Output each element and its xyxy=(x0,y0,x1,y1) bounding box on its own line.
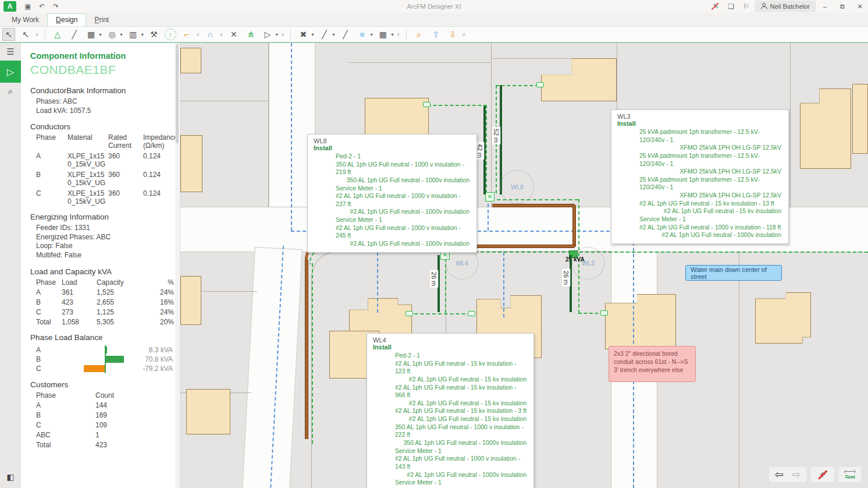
service-drop-line[interactable] xyxy=(496,85,539,86)
caret-down-icon[interactable]: ▾ xyxy=(120,32,123,37)
task-list-icon[interactable]: ☰ xyxy=(0,43,21,61)
draw-line-tool[interactable]: ╱ xyxy=(339,28,351,41)
proposed-secondary-line[interactable] xyxy=(578,199,579,250)
work-location-circle-wl3[interactable]: WL3 xyxy=(572,247,604,280)
left-icon-strip: ☰ ▷ ⌕ ◧ xyxy=(0,43,22,488)
caret-down-icon[interactable]: ▾ xyxy=(311,32,314,37)
chevron-down-icon[interactable]: ∨ xyxy=(281,31,285,37)
forward-button[interactable]: ⇨ xyxy=(792,468,801,481)
select-features-tool[interactable]: ↖ xyxy=(19,28,32,41)
tab-my-work[interactable]: My Work xyxy=(3,14,47,26)
callout-line: #2 AL 1ph UG Full neutral - 15 kv insula… xyxy=(617,200,782,208)
marker-style-tool[interactable]: ✖ xyxy=(297,28,310,41)
callout-line: #2 AL 1ph UG Full neutral - 15 kv insula… xyxy=(617,207,782,215)
water-service-line[interactable] xyxy=(488,198,489,231)
water-service-line[interactable] xyxy=(377,252,378,313)
trace-arc-tool[interactable]: ▷ xyxy=(261,28,274,41)
add-device-tool[interactable]: ◎ xyxy=(106,28,119,41)
load-capacity-row: A3611,52524% xyxy=(36,288,177,296)
no-edit-icon[interactable]: ✎ xyxy=(709,1,723,12)
map-canvas[interactable]: ✕ ✕ 25 kVA 42 m 52 m 26 m 26 m WL8 WL4 W… xyxy=(180,43,868,488)
field-crew-tool[interactable]: ⚒ xyxy=(148,28,161,41)
proposed-secondary-line[interactable] xyxy=(312,263,313,444)
hatch-style-tool[interactable]: ▦ xyxy=(376,28,389,41)
service-drop-line[interactable] xyxy=(428,105,487,106)
chevron-down-icon[interactable]: ∨ xyxy=(219,31,223,37)
flag-icon[interactable]: ⚐ xyxy=(739,1,753,12)
conduit-node[interactable] xyxy=(468,311,475,316)
conduit-node[interactable] xyxy=(536,82,544,87)
minimize-button[interactable]: – xyxy=(817,1,833,12)
parcel-boundary xyxy=(268,43,269,207)
add-structure-tool[interactable]: △ xyxy=(51,28,64,41)
add-meter-tool[interactable]: ▥ xyxy=(127,28,140,41)
chevron-down-icon[interactable]: ∨ xyxy=(397,31,401,37)
chevron-down-icon[interactable]: ∨ xyxy=(35,31,39,37)
caret-down-icon[interactable]: ▾ xyxy=(276,32,278,37)
chevron-down-icon[interactable]: ∨ xyxy=(462,31,466,37)
water-main-line[interactable] xyxy=(291,43,292,231)
caret-down-icon[interactable]: ▾ xyxy=(99,32,102,37)
design-toolbar: ↖ ↖ ∨ △ ╱ ▦ ▾ ◎ ▾ ▥ ▾ ⚒ ↑ ⌐ ∨ ∩ ∨ ✕ ⋔ ▷ … xyxy=(0,26,868,43)
fill-style-tool[interactable]: ■ xyxy=(355,28,368,41)
run-design-button[interactable]: ▷ xyxy=(0,61,21,83)
caret-down-icon[interactable]: ▾ xyxy=(332,32,335,37)
dimension-text-tool[interactable]: Text xyxy=(845,470,855,480)
zoom-search-tool[interactable]: ⌕ xyxy=(412,28,425,41)
panel-scrollbar[interactable] xyxy=(175,43,179,488)
caret-down-icon[interactable]: ▾ xyxy=(370,32,372,37)
panel-toggle-icon[interactable]: ◧ xyxy=(0,469,21,485)
caret-down-icon[interactable]: ▾ xyxy=(391,32,393,37)
wl4-callout[interactable]: WL4 Install Ped-2 - 1#2 AL 1ph UG Full n… xyxy=(367,333,534,488)
loop-conduit-tool[interactable]: ∩ xyxy=(204,28,216,41)
restore-button[interactable]: ⧉ xyxy=(834,1,851,12)
close-button[interactable]: ✕ xyxy=(852,1,868,12)
tab-print[interactable]: Print xyxy=(86,14,117,26)
building-footprint xyxy=(755,292,811,344)
snapping-off-toggle[interactable]: + xyxy=(817,469,828,480)
callout-line: Service Meter - 1 xyxy=(617,215,782,224)
comment-icon[interactable]: ❏ xyxy=(724,1,738,12)
conduit-node[interactable] xyxy=(423,102,431,107)
arcfm-designer-window: A ▣ ↶ ↷ ArcFM Designer XI ✎ ❏ ⚐ Neil Bat… xyxy=(0,0,868,488)
import-design-tool[interactable]: ⇩ xyxy=(446,28,459,41)
wl3-callout[interactable]: WL3 Install 25 kVA padmount 1ph transfor… xyxy=(611,109,789,244)
junction-box-node[interactable]: ✕ xyxy=(485,192,495,201)
work-location-circle-wl8[interactable]: WL8 xyxy=(500,170,534,204)
dimension-icon xyxy=(845,470,855,473)
tab-design[interactable]: Design xyxy=(47,13,86,26)
zoom-tool-icon[interactable]: ⌕ xyxy=(0,83,21,100)
toolbar-separator xyxy=(406,29,407,40)
export-design-tool[interactable]: ⇧ xyxy=(429,28,442,41)
save-icon[interactable]: ▣ xyxy=(21,1,35,12)
chevron-down-icon[interactable]: ∨ xyxy=(196,31,200,37)
undo-icon[interactable]: ↶ xyxy=(35,1,49,12)
proposed-conduit-line[interactable] xyxy=(572,205,576,247)
water-main-note[interactable]: Water main down center of street xyxy=(685,265,782,281)
split-points-tool[interactable]: ✕ xyxy=(227,28,240,41)
wl8-callout[interactable]: WL8 Install Ped-2 - 1350 AL 1ph UG Full … xyxy=(307,134,477,253)
energize-tool[interactable]: ↑ xyxy=(165,29,176,40)
water-service-line[interactable] xyxy=(503,252,504,317)
work-location-label: WL4 xyxy=(456,260,468,267)
construction-note-line: 3' trench everywhere else xyxy=(614,366,691,374)
duct-bank-tool[interactable]: ▦ xyxy=(85,28,98,41)
service-drop-line[interactable] xyxy=(486,105,487,193)
user-account-button[interactable]: Neil Batchelor xyxy=(755,1,816,12)
select-tool[interactable]: ↖ xyxy=(2,28,15,41)
service-drop-line[interactable] xyxy=(408,313,471,314)
line-style-tool[interactable]: ╱ xyxy=(318,28,330,41)
conduit-node[interactable] xyxy=(600,310,608,316)
back-button[interactable]: ⇦ xyxy=(775,468,784,481)
building-footprint xyxy=(180,48,201,73)
add-span-tool[interactable]: ╱ xyxy=(68,28,81,41)
construction-note[interactable]: 2x3 2" directional boredconduit across 6… xyxy=(609,346,696,382)
proposed-conduit-line[interactable] xyxy=(492,204,575,207)
proposed-conduit-line[interactable] xyxy=(305,260,308,439)
branch-tool[interactable]: ⋔ xyxy=(244,28,257,41)
caret-down-icon[interactable]: ▾ xyxy=(141,32,144,37)
conduit-node[interactable] xyxy=(405,311,413,316)
route-conduit-tool[interactable]: ⌐ xyxy=(180,28,193,41)
redo-icon[interactable]: ↷ xyxy=(49,1,63,12)
proposed-secondary-line[interactable] xyxy=(491,199,578,200)
